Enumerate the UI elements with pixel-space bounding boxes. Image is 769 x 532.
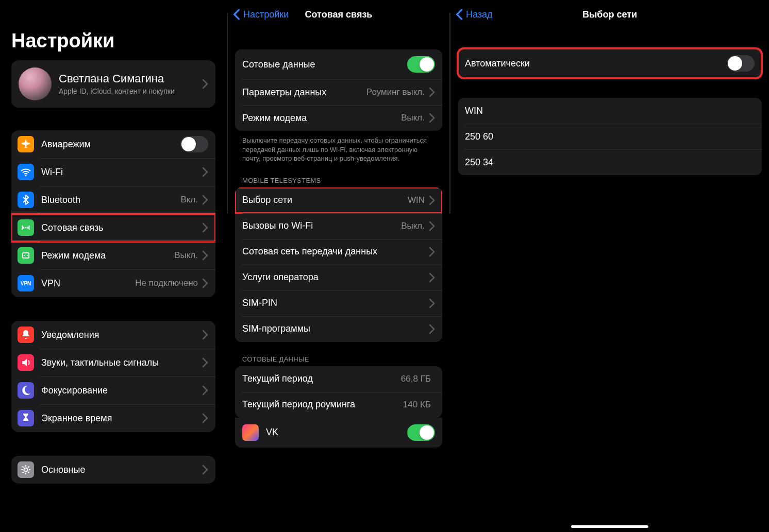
chevron-right-icon [202, 330, 208, 340]
cell-SIM-программы[interactable]: SIM-программы [235, 316, 442, 342]
chevron-right-icon [202, 222, 208, 233]
carrier-group: Выбор сетиWINВызовы по Wi-FiВыкл.Сотовая… [235, 187, 442, 342]
home-indicator [571, 525, 648, 528]
row-hotspot[interactable]: Режим модемаВыкл. [11, 242, 215, 269]
data-usage-group: Текущий период66,8 ГБТекущий период роум… [235, 366, 442, 418]
cell-label: Текущий период роуминга [242, 399, 403, 410]
app-vk-row[interactable]: VK [235, 418, 442, 448]
automatic-label: Автоматически [465, 58, 727, 69]
cell-label: Выбор сети [242, 195, 408, 205]
cell-Параметры данных[interactable]: Параметры данныхРоуминг выкл. [235, 79, 442, 105]
bluetooth-icon [18, 192, 34, 208]
chevron-right-icon [202, 79, 208, 89]
row-value: Выкл. [174, 250, 198, 261]
chevron-right-icon [429, 221, 435, 231]
row-label: Уведомления [41, 330, 202, 340]
chevron-right-icon [429, 195, 435, 205]
row-toggle[interactable] [180, 136, 208, 152]
app-label: VK [266, 427, 407, 438]
vpn-icon [18, 275, 34, 291]
chevron-right-icon [202, 167, 208, 177]
row-label: Авиарежим [41, 139, 180, 150]
cell-250 60[interactable]: 250 60 [458, 124, 762, 149]
wifi-icon [18, 164, 34, 180]
notifications-group: УведомленияЗвуки, тактильные сигналыФоку… [11, 321, 215, 432]
network-selection-pane: Назад Выбор сети Автоматически WIN250 60… [450, 0, 769, 532]
cell-value: WIN [408, 195, 425, 205]
cell-value: Выкл. [401, 113, 425, 123]
chevron-right-icon [202, 413, 208, 423]
cell-250 34[interactable]: 250 34 [458, 149, 762, 175]
chevron-right-icon [202, 357, 208, 368]
automatic-group: Автоматически [458, 48, 762, 78]
page-title: Настройки [0, 0, 227, 60]
cell-value: 66,8 ГБ [401, 374, 431, 384]
cell-Сотовые данные[interactable]: Сотовые данные [235, 49, 442, 79]
cell-label: SIM-PIN [242, 298, 429, 308]
chevron-right-icon [429, 298, 435, 308]
cell-label: Параметры данных [242, 87, 366, 98]
network-list-group: WIN250 60250 34 [458, 98, 762, 175]
row-hourglass[interactable]: Экранное время [11, 404, 215, 432]
chevron-back-icon [233, 9, 240, 20]
cell-toggle[interactable] [407, 56, 435, 73]
row-label: Wi-Fi [41, 167, 202, 178]
row-vpn[interactable]: VPNНе подключено [11, 269, 215, 297]
vk-app-icon [242, 424, 259, 441]
cell-label: Сотовые данные [242, 59, 407, 70]
nav-title: Сотовая связь [305, 9, 373, 20]
cell-Текущий период[interactable]: Текущий период66,8 ГБ [235, 366, 442, 392]
sound-icon [18, 354, 34, 371]
row-label: Фокусирование [41, 385, 202, 396]
cell-Сотовая сеть передачи данных[interactable]: Сотовая сеть передачи данных [235, 239, 442, 265]
row-moon[interactable]: Фокусирование [11, 376, 215, 404]
back-label: Настройки [243, 9, 289, 20]
row-value: Не подключено [135, 278, 198, 288]
app-data-group: VK [235, 418, 442, 448]
row-bluetooth[interactable]: BluetoothВкл. [11, 186, 215, 214]
row-sound[interactable]: Звуки, тактильные сигналы [11, 349, 215, 376]
cell-Услуги оператора[interactable]: Услуги оператора [235, 265, 442, 290]
cellular-data-note: Выключите передачу сотовых данных, чтобы… [228, 131, 449, 163]
connectivity-group: АвиарежимWi-FiBluetoothВкл.Сотовая связь… [11, 130, 215, 297]
nav-bar: Настройки Сотовая связь [228, 0, 449, 29]
row-gear[interactable]: Основные [11, 456, 215, 484]
row-label: VPN [41, 278, 135, 289]
row-cellular[interactable]: Сотовая связь [11, 214, 215, 242]
chevron-right-icon [202, 250, 208, 261]
automatic-toggle[interactable] [727, 55, 755, 72]
cell-Текущий период роуминга[interactable]: Текущий период роуминга140 КБ [235, 392, 442, 418]
chevron-right-icon [429, 272, 435, 283]
back-button[interactable]: Настройки [233, 9, 289, 20]
row-airplane[interactable]: Авиарежим [11, 130, 215, 158]
nav-title: Выбор сети [582, 9, 637, 20]
cell-Вызовы по Wi-Fi[interactable]: Вызовы по Wi-FiВыкл. [235, 213, 442, 239]
app-toggle[interactable] [407, 424, 435, 441]
cell-value: 140 КБ [403, 400, 431, 410]
cell-label: 250 34 [465, 157, 755, 168]
cell-label: Услуги оператора [242, 272, 429, 283]
data-usage-section-header: СОТОВЫЕ ДАННЫЕ [228, 342, 449, 366]
row-label: Сотовая связь [41, 222, 202, 233]
cellular-pane: Настройки Сотовая связь Сотовые данныеПа… [228, 0, 449, 532]
row-label: Bluetooth [41, 195, 180, 205]
cell-WIN[interactable]: WIN [458, 98, 762, 124]
carrier-section-header: MOBILE TELESYSTEMS [228, 163, 449, 187]
hotspot-icon [18, 247, 34, 264]
automatic-row[interactable]: Автоматически [458, 48, 762, 78]
chevron-right-icon [429, 324, 435, 334]
settings-root-pane: Настройки Светлана Симагина Apple ID, iC… [0, 0, 227, 532]
airplane-icon [18, 136, 34, 152]
cell-SIM-PIN[interactable]: SIM-PIN [235, 290, 442, 316]
cell-Режим модема[interactable]: Режим модемаВыкл. [235, 105, 442, 131]
cell-Выбор сети[interactable]: Выбор сетиWIN [235, 187, 442, 213]
apple-id-card[interactable]: Светлана Симагина Apple ID, iCloud, конт… [11, 60, 215, 108]
chevron-right-icon [202, 278, 208, 288]
nav-bar: Назад Выбор сети [450, 0, 769, 29]
row-wifi[interactable]: Wi-Fi [11, 158, 215, 186]
back-label: Назад [466, 9, 493, 20]
cell-label: Текущий период [242, 373, 401, 384]
row-bell[interactable]: Уведомления [11, 321, 215, 349]
chevron-right-icon [429, 113, 435, 123]
back-button[interactable]: Назад [456, 9, 493, 20]
